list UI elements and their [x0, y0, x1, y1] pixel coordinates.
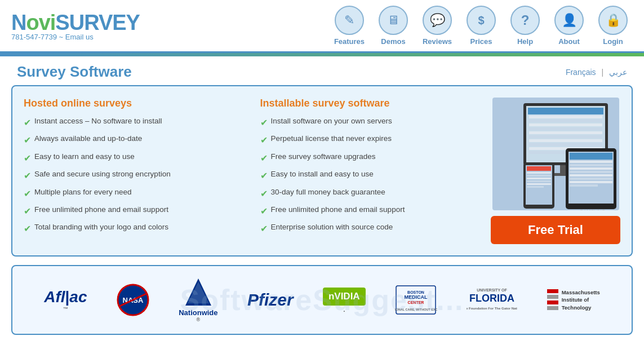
hosted-list: ✔Instant access – No software to install…	[24, 116, 243, 236]
aflac-text: Afl|ac	[44, 288, 87, 306]
check-icon: ✔	[24, 134, 31, 147]
svg-rect-33	[527, 183, 551, 185]
check-icon: ✔	[260, 152, 268, 165]
nationwide-reg: ®	[197, 317, 201, 322]
nav-demos[interactable]: 🖥 Demos	[374, 6, 413, 46]
nav-about[interactable]: 👤 About	[549, 6, 589, 46]
main-feature-box: Hosted online surveys ✔Instant access – …	[11, 85, 633, 257]
svg-rect-6	[529, 127, 602, 130]
mit-logo: MassachusettsInstitute ofTechnology	[547, 289, 600, 311]
nav-login[interactable]: 🔒 Login	[593, 6, 633, 46]
features-label: Features	[334, 37, 365, 46]
nationwide-text: Nationwide	[179, 308, 217, 317]
check-icon: ✔	[24, 188, 31, 200]
svg-rect-3	[529, 116, 602, 118]
mit-stripes	[547, 289, 558, 310]
list-item: ✔Free survey software upgrades	[260, 152, 480, 165]
logo-sub: 781-547-7739 ~ Email us	[11, 33, 140, 41]
page-title-row: Survey Software Français | عربي	[0, 56, 644, 85]
check-icon: ✔	[260, 170, 268, 182]
login-icon: 🔒	[598, 6, 628, 35]
installable-list: ✔Install software on your own servers ✔P…	[260, 116, 480, 236]
free-trial-button[interactable]: Free Trial	[491, 216, 620, 244]
svg-rect-17	[570, 153, 612, 160]
email-link[interactable]: Email us	[65, 33, 94, 41]
install-item-0: Install software on your own servers	[271, 116, 392, 127]
hosted-item-1: Always available and up-to-date	[34, 134, 142, 144]
svg-text:The Foundation For The Gator N: The Foundation For The Gator Nation	[467, 307, 517, 310]
nav-prices[interactable]: $ Prices	[461, 6, 501, 46]
install-item-1: Perpetual license that never expires	[271, 134, 392, 144]
boston-medical-logo: BOSTON MEDICAL CENTER EXCEPTIONAL CARE, …	[395, 285, 437, 316]
svg-marker-40	[188, 282, 209, 303]
svg-rect-18	[570, 161, 612, 163]
nvidia-green-box: nVIDIA	[323, 288, 366, 306]
list-item: ✔Total branding with your logo and color…	[24, 222, 243, 235]
check-icon: ✔	[24, 170, 31, 182]
svg-rect-7	[529, 131, 602, 134]
hosted-item-2: Easy to learn and easy to use	[34, 152, 135, 162]
nasa-logo: NASA	[117, 284, 149, 316]
mit-stripe-3	[547, 300, 558, 304]
list-item: ✔30-day full money back guarantee	[260, 187, 480, 200]
nav-features[interactable]: ✎ Features	[330, 6, 369, 46]
language-links: Français | عربي	[566, 68, 627, 77]
logo: NoviSURVEY 781-547-7739 ~ Email us	[11, 11, 140, 41]
svg-text:CENTER: CENTER	[408, 300, 424, 304]
svg-text:EXCEPTIONAL CARE, WITHOUT EXCE: EXCEPTIONAL CARE, WITHOUT EXCEPTION	[395, 308, 437, 311]
logo-ovi: ovi	[26, 11, 55, 34]
product-screenshot: SAMSUNG	[492, 98, 619, 210]
list-item: ✔Enterprise solution with source code	[260, 222, 480, 235]
mit-stripe-2	[547, 295, 558, 299]
nasa-svg: NASA	[117, 284, 149, 316]
mit-stripe-4	[547, 306, 558, 310]
svg-rect-8	[529, 135, 602, 138]
logo-n: N	[11, 11, 26, 34]
installable-column: Installable survey software ✔Install sof…	[260, 98, 480, 244]
install-item-6: Enterprise solution with source code	[271, 222, 393, 233]
hosted-title: Hosted online surveys	[24, 98, 243, 109]
hosted-item-4: Multiple plans for every need	[34, 187, 132, 198]
svg-rect-2	[528, 108, 603, 114]
french-link[interactable]: Français	[566, 68, 596, 77]
nationwide-logo: Nationwide ®	[179, 277, 217, 322]
nav-reviews[interactable]: 💬 Reviews	[418, 6, 457, 46]
check-icon: ✔	[260, 188, 268, 200]
aflac-logo: Afl|ac ™	[44, 288, 87, 312]
svg-text:SAMSUNG: SAMSUNG	[580, 209, 606, 210]
list-item: ✔Free unlimited phone and email support	[24, 205, 243, 218]
hosted-item-6: Total branding with your logo and colors	[34, 222, 168, 233]
features-icon: ✎	[335, 6, 364, 35]
reviews-icon: 💬	[423, 6, 452, 35]
phone-number: 781-547-7739	[11, 33, 57, 41]
svg-rect-5	[529, 123, 602, 126]
svg-rect-24	[570, 181, 612, 183]
check-icon: ✔	[260, 134, 268, 147]
logo-survey: SURVEY	[55, 11, 140, 34]
list-item: ✔Free unlimited phone and email support	[260, 205, 480, 218]
separator: ~	[59, 33, 65, 41]
boston-medical-svg: BOSTON MEDICAL CENTER EXCEPTIONAL CARE, …	[395, 285, 437, 316]
mit-inner: MassachusettsInstitute ofTechnology	[547, 289, 600, 311]
nasa-circle-wrap: NASA	[117, 284, 149, 316]
aflac-tm: ™	[63, 306, 68, 312]
about-icon: 👤	[554, 6, 584, 35]
svg-rect-4	[529, 120, 602, 122]
check-icon: ✔	[260, 117, 268, 129]
mit-words: MassachusettsInstitute ofTechnology	[562, 289, 600, 311]
main-nav: ✎ Features 🖥 Demos 💬 Reviews $ Prices ? …	[330, 6, 633, 46]
arabic-link[interactable]: عربي	[609, 68, 627, 77]
svg-rect-31	[527, 178, 551, 179]
help-icon: ?	[510, 6, 540, 35]
list-item: ✔Easy to install and easy to use	[260, 169, 480, 182]
nav-help[interactable]: ? Help	[505, 6, 545, 46]
nvidia-logo: nVIDIA .	[323, 288, 366, 313]
logo-text: NoviSURVEY	[11, 11, 140, 35]
list-item: ✔Easy to learn and easy to use	[24, 152, 243, 165]
hosted-column: Hosted online surveys ✔Instant access – …	[24, 98, 243, 244]
install-item-4: 30-day full money back guarantee	[271, 187, 385, 198]
nationwide-svg	[184, 277, 212, 308]
list-item: ✔Safe and secure using strong encryption	[24, 169, 243, 182]
install-item-5: Free unlimited phone and email support	[271, 205, 405, 215]
features-columns: Hosted online surveys ✔Instant access – …	[24, 98, 479, 244]
